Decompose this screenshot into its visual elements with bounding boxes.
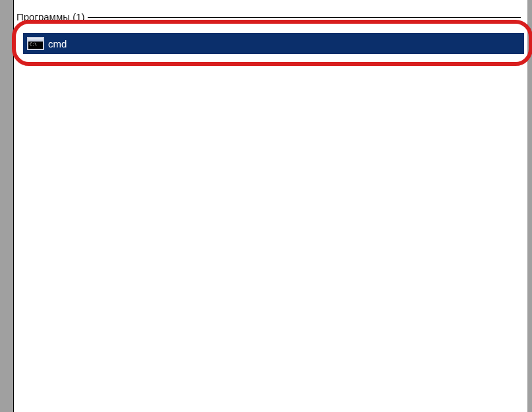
section-header: Программы (1) xyxy=(16,12,521,21)
result-label: cmd xyxy=(48,38,67,49)
search-result-cmd[interactable]: C:\ cmd xyxy=(23,33,524,54)
section-divider xyxy=(88,17,521,18)
section-label: Программы (1) xyxy=(16,11,88,22)
search-results-panel: Программы (1) C:\ cmd xyxy=(13,0,527,412)
cmd-icon: C:\ xyxy=(27,37,44,50)
